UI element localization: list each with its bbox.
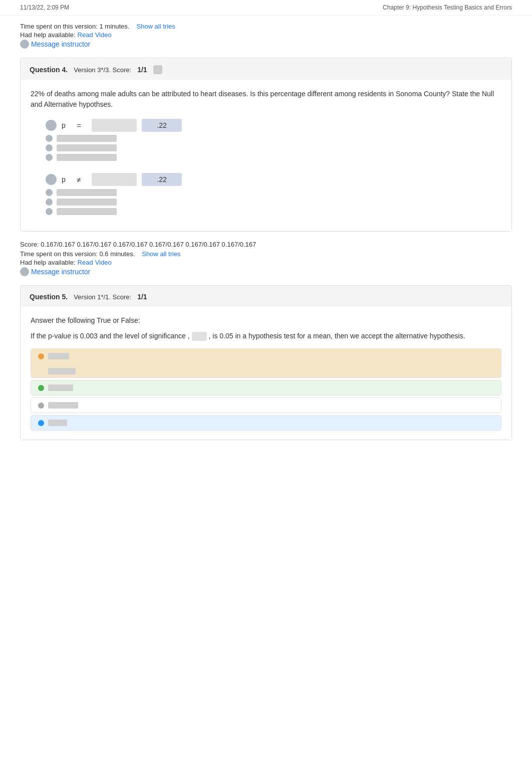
q5-opt3-text	[48, 402, 78, 409]
question-4-block: Question 4. Version 3*/3. Score: 1/1 22%…	[20, 58, 512, 232]
q4-null-p-label: p	[62, 121, 72, 129]
q4-null-opt1	[46, 135, 501, 142]
q4-video-link[interactable]: Video	[95, 31, 112, 39]
q5-opt2-dot	[38, 385, 44, 391]
q4-score-badge	[153, 65, 162, 74]
q4-alt-blank	[92, 173, 137, 186]
q5-opt4-text	[48, 420, 67, 426]
q4-null-hyp-row: p = .22	[46, 119, 501, 132]
q4-null-value: .22	[142, 119, 182, 132]
q5-opt1-subtext	[48, 368, 76, 374]
q5-version: Version 1*/1. Score:	[74, 293, 131, 301]
q5-opt3-dot	[38, 403, 44, 409]
q4-time-info: Time spent on this version: 1 minutes. S…	[20, 23, 512, 30]
q4-alt-text2	[57, 199, 117, 206]
q4-null-radio3	[46, 154, 53, 161]
q4-read-link[interactable]: Read	[78, 31, 93, 39]
q4-post-read-link[interactable]: Read	[78, 259, 93, 266]
q4-null-blank	[92, 119, 137, 132]
q4-null-text3	[57, 154, 117, 161]
question-5-block: Question 5. Version 1*/1. Score: 1/1 Ans…	[20, 285, 512, 440]
q4-alt-text1	[57, 189, 117, 196]
q5-opt1-block	[31, 348, 501, 378]
q4-post-time-info: Time spent on this version: 0.6 minutes.…	[20, 250, 512, 258]
q5-opt4-block	[31, 415, 501, 431]
q5-title-row: Question 5. Version 1*/1. Score: 1/1	[21, 286, 511, 306]
q4-post-video-link[interactable]: Video	[95, 259, 112, 266]
q4-null-text2	[57, 144, 117, 151]
top-bar: 11/13/22, 2:09 PM Chapter 9: Hypothesis …	[0, 0, 532, 16]
q4-alt-radio1	[46, 189, 53, 196]
q4-post-avatar-icon	[20, 267, 29, 276]
q5-body: Answer the following True or False: If t…	[21, 306, 511, 440]
q4-message-instructor[interactable]: Message instructor	[31, 40, 90, 48]
q4-null-circle	[46, 120, 57, 131]
q4-post-info: Score: 0.167/0.167 0.167/0.167 0.167/0.1…	[20, 241, 512, 276]
q5-opt2-block	[31, 380, 501, 396]
q4-pre-info: Time spent on this version: 1 minutes. S…	[20, 23, 512, 49]
q4-help-row: Had help available: Read Video	[20, 31, 512, 39]
q5-opt4-blue	[31, 416, 501, 430]
q4-title-row: Question 4. Version 3*/3. Score: 1/1	[21, 58, 511, 80]
q4-alt-radio3	[46, 208, 53, 215]
q4-alt-value: .22	[142, 173, 182, 186]
q4-alt-hyp-row: p ≠ .22	[46, 173, 501, 186]
q5-opt1-dot	[38, 353, 44, 359]
q5-opt4-dot	[38, 420, 44, 426]
q5-score: 1/1	[137, 293, 147, 301]
q4-null-hyp-section: p = .22	[31, 119, 501, 161]
q5-opt3-block	[31, 398, 501, 413]
q4-avatar-icon	[20, 40, 29, 49]
q4-null-opt2	[46, 144, 501, 151]
q5-opt2-text	[48, 384, 73, 391]
q4-null-radio1	[46, 135, 53, 142]
q4-alt-radio2	[46, 199, 53, 206]
q4-message-instructor-row: Message instructor	[20, 40, 512, 49]
q4-post-message-instructor[interactable]: Message instructor	[31, 268, 90, 276]
q5-text2-part2: , is 0.05 in a hypothesis test for a mea…	[209, 332, 465, 340]
q4-alt-op: ≠	[77, 175, 87, 184]
q4-alt-p-label: p	[62, 175, 72, 183]
q4-question-text: 22% of deaths among male adults can be a…	[31, 89, 501, 110]
q5-opt1-text-main	[48, 353, 69, 359]
q5-opt1-sub	[31, 363, 501, 377]
q4-post-time-spent: Time spent on this version: 0.6 minutes.	[20, 250, 135, 258]
q4-time-spent: Time spent on this version: 1 minutes.	[20, 23, 129, 30]
q4-show-all-tries[interactable]: Show all tries	[136, 23, 175, 30]
q4-score: 1/1	[137, 66, 147, 74]
date-label: 11/13/22, 2:09 PM	[20, 4, 69, 11]
q5-opt1-selected	[31, 349, 501, 363]
q4-post-help-row: Had help available: Read Video	[20, 259, 512, 266]
q5-opt3-normal	[31, 398, 501, 413]
q4-alt-circle	[46, 174, 57, 185]
q4-label: Question 4.	[30, 66, 68, 74]
q4-null-radio2	[46, 144, 53, 151]
q4-had-help-label: Had help available:	[20, 31, 76, 39]
q5-text1: Answer the following True or False:	[31, 315, 501, 326]
q4-alt-opt3	[46, 208, 501, 215]
q4-post-show-all-tries[interactable]: Show all tries	[142, 250, 180, 258]
q4-score-line: Score: 0.167/0.167 0.167/0.167 0.167/0.1…	[20, 241, 512, 248]
q5-inline-blank	[192, 332, 207, 341]
q4-post-had-help-label: Had help available:	[20, 259, 76, 266]
q5-opt2-answer	[31, 380, 501, 395]
q5-options	[31, 348, 501, 431]
q4-version: Version 3*/3. Score:	[74, 66, 131, 74]
q4-null-op: =	[77, 121, 87, 130]
page-title: Chapter 9: Hypothesis Testing Basics and…	[383, 4, 512, 11]
q4-null-opt3	[46, 154, 501, 161]
q5-text2-part1: If the p-value is 0.003 and the level of…	[31, 332, 190, 340]
q4-null-text1	[57, 135, 117, 142]
q4-alt-opt1	[46, 189, 501, 196]
q4-alt-opt2	[46, 199, 501, 206]
q5-text2: If the p-value is 0.003 and the level of…	[31, 331, 501, 341]
q4-alt-text3	[57, 208, 117, 215]
q5-label: Question 5.	[30, 293, 68, 301]
q4-alt-hyp-section: p ≠ .22	[31, 173, 501, 215]
q4-post-message-instructor-row: Message instructor	[20, 267, 512, 276]
q4-body: 22% of deaths among male adults can be a…	[21, 80, 511, 231]
